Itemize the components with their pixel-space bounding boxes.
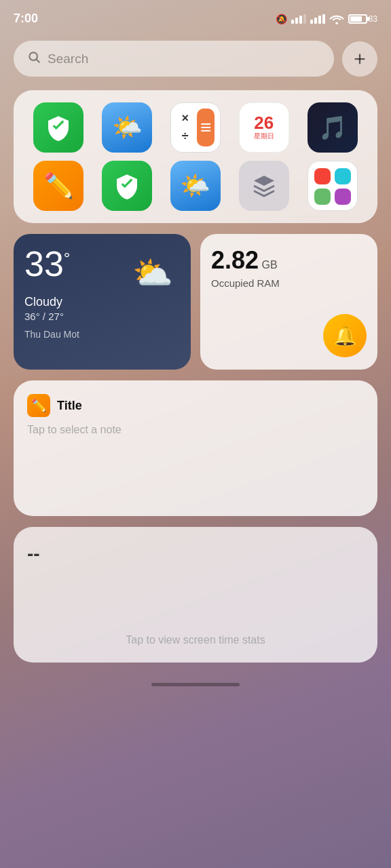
notes-placeholder: Tap to select a note	[27, 424, 364, 436]
svg-line-9	[37, 60, 40, 63]
app-grid-widget: 🌤️ × ÷ ≡ 26 星期日 🎵 ✏️ 🌤️	[14, 90, 377, 223]
screentime-dash: --	[27, 543, 364, 565]
app-layers[interactable]	[239, 161, 289, 211]
wifi-icon	[329, 14, 344, 24]
notes-app-icon: ✏️	[27, 394, 50, 417]
ram-label: Occupied RAM	[211, 277, 367, 289]
svg-rect-2	[299, 16, 302, 24]
ram-value: 2.82	[211, 246, 259, 274]
search-icon	[27, 50, 41, 67]
ram-bell-icon: 🔔	[323, 314, 367, 357]
notes-header: ✏️ Title	[27, 394, 364, 417]
app-row-1: 🌤️ × ÷ ≡ 26 星期日 🎵	[24, 102, 367, 153]
app-weather-blue[interactable]: 🌤️	[102, 102, 152, 153]
status-bar: 7:00 🔕 83	[0, 0, 391, 34]
app-row-2: ✏️ 🌤️	[24, 161, 367, 211]
music-icon: 🎵	[318, 114, 347, 141]
svg-rect-0	[291, 20, 294, 24]
app-calculator[interactable]: × ÷ ≡	[170, 102, 221, 153]
battery-icon	[348, 14, 367, 24]
home-indicator[interactable]	[151, 683, 240, 686]
ram-widget[interactable]: 2.82 GB Occupied RAM 🔔	[200, 234, 377, 370]
svg-rect-7	[322, 14, 325, 24]
svg-rect-5	[314, 18, 317, 24]
app-calendar[interactable]: 26 星期日	[239, 102, 289, 153]
weather-range: 36° / 27°	[24, 311, 180, 322]
battery-percent: 83	[369, 14, 377, 24]
mute-icon: 🔕	[276, 14, 287, 24]
widgets-row-2col: 33° ⛅ Cloudy 36° / 27° Thu Dau Mot 2.82 …	[14, 234, 377, 370]
weather-widget[interactable]: 33° ⛅ Cloudy 36° / 27° Thu Dau Mot	[14, 234, 191, 370]
svg-rect-4	[310, 20, 313, 24]
status-time: 7:00	[14, 12, 38, 26]
weather-icon-wrap: ⛅	[132, 257, 173, 290]
ram-icon-wrap: 🔔	[211, 314, 367, 357]
signal-icon	[291, 14, 306, 24]
screentime-placeholder: Tap to view screen time stats	[27, 634, 364, 646]
signal2-icon	[310, 14, 325, 24]
ram-value-row: 2.82 GB	[211, 246, 367, 275]
notes-title: Title	[57, 399, 82, 413]
svg-rect-1	[295, 18, 298, 24]
app-weather-blue-2[interactable]: 🌤️	[170, 161, 221, 211]
add-button[interactable]	[342, 41, 377, 77]
svg-point-8	[29, 52, 37, 60]
app-notes-orange[interactable]: ✏️	[33, 161, 83, 211]
weather-location: Thu Dau Mot	[24, 329, 180, 340]
search-bar-row: Search	[0, 34, 391, 83]
app-green-shield-2[interactable]	[102, 161, 152, 211]
notes-widget[interactable]: ✏️ Title Tap to select a note	[14, 380, 377, 516]
svg-rect-6	[318, 16, 321, 24]
screentime-widget[interactable]: -- Tap to view screen time stats	[14, 527, 377, 663]
weather-degree-symbol: °	[64, 249, 71, 267]
app-green-shield[interactable]	[33, 102, 83, 153]
search-placeholder: Search	[48, 52, 88, 66]
weather-condition-icon: ⛅	[132, 255, 173, 291]
battery-indicator: 83	[348, 14, 377, 24]
search-bar[interactable]: Search	[14, 41, 334, 77]
battery-fill	[350, 16, 362, 22]
svg-rect-3	[303, 14, 306, 24]
status-icons: 🔕 83	[276, 14, 377, 24]
weather-condition: Cloudy	[24, 295, 180, 309]
ram-unit: GB	[262, 259, 278, 271]
app-tools-grid[interactable]	[308, 161, 358, 211]
app-music[interactable]: 🎵	[308, 102, 358, 153]
